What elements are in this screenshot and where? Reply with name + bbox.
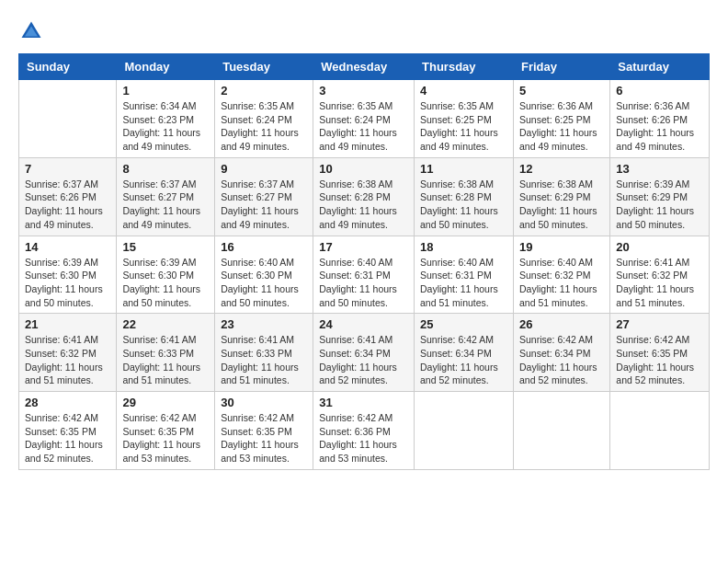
day-number: 7	[25, 162, 110, 176]
weekday-header-wednesday: Wednesday	[313, 54, 415, 80]
logo	[18, 18, 48, 44]
day-info: Sunrise: 6:37 AMSunset: 6:26 PMDaylight:…	[25, 178, 110, 232]
calendar-cell	[19, 80, 117, 158]
day-number: 12	[519, 162, 604, 176]
day-number: 1	[122, 84, 209, 98]
day-number: 4	[420, 84, 507, 98]
calendar-cell: 24Sunrise: 6:41 AMSunset: 6:34 PMDayligh…	[313, 314, 415, 392]
day-info: Sunrise: 6:39 AMSunset: 6:29 PMDaylight:…	[616, 178, 703, 232]
day-number: 11	[420, 162, 507, 176]
day-number: 28	[25, 396, 110, 409]
calendar-week-row: 1Sunrise: 6:34 AMSunset: 6:23 PMDaylight…	[19, 80, 710, 158]
calendar-week-row: 14Sunrise: 6:39 AMSunset: 6:30 PMDayligh…	[19, 236, 710, 314]
calendar-cell: 19Sunrise: 6:40 AMSunset: 6:32 PMDayligh…	[513, 236, 609, 314]
day-number: 10	[319, 162, 408, 176]
day-info: Sunrise: 6:40 AMSunset: 6:32 PMDaylight:…	[519, 256, 604, 310]
calendar-cell: 27Sunrise: 6:42 AMSunset: 6:35 PMDayligh…	[610, 314, 710, 392]
day-info: Sunrise: 6:41 AMSunset: 6:33 PMDaylight:…	[221, 333, 307, 387]
day-info: Sunrise: 6:41 AMSunset: 6:33 PMDaylight:…	[122, 333, 209, 387]
day-info: Sunrise: 6:41 AMSunset: 6:32 PMDaylight:…	[616, 256, 703, 310]
day-info: Sunrise: 6:40 AMSunset: 6:31 PMDaylight:…	[319, 256, 408, 310]
day-number: 5	[519, 84, 604, 98]
day-number: 18	[420, 240, 507, 254]
day-info: Sunrise: 6:39 AMSunset: 6:30 PMDaylight:…	[25, 256, 110, 310]
day-info: Sunrise: 6:38 AMSunset: 6:28 PMDaylight:…	[319, 178, 408, 232]
day-number: 24	[319, 317, 408, 331]
calendar-cell: 25Sunrise: 6:42 AMSunset: 6:34 PMDayligh…	[415, 314, 514, 392]
day-number: 13	[616, 162, 703, 176]
calendar-cell	[513, 392, 609, 470]
calendar-cell	[610, 392, 710, 470]
weekday-header-row: SundayMondayTuesdayWednesdayThursdayFrid…	[19, 54, 710, 80]
calendar-cell: 16Sunrise: 6:40 AMSunset: 6:30 PMDayligh…	[215, 236, 313, 314]
day-number: 14	[25, 240, 110, 254]
weekday-header-sunday: Sunday	[19, 54, 117, 80]
day-number: 29	[122, 396, 209, 409]
day-info: Sunrise: 6:35 AMSunset: 6:25 PMDaylight:…	[420, 99, 507, 154]
day-info: Sunrise: 6:34 AMSunset: 6:23 PMDaylight:…	[122, 99, 209, 154]
day-info: Sunrise: 6:42 AMSunset: 6:34 PMDaylight:…	[420, 333, 507, 387]
calendar-cell: 5Sunrise: 6:36 AMSunset: 6:25 PMDaylight…	[513, 80, 609, 158]
calendar-cell: 1Sunrise: 6:34 AMSunset: 6:23 PMDaylight…	[117, 80, 215, 158]
day-info: Sunrise: 6:42 AMSunset: 6:35 PMDaylight:…	[25, 411, 110, 465]
calendar-cell: 30Sunrise: 6:42 AMSunset: 6:35 PMDayligh…	[215, 392, 313, 470]
calendar-cell: 22Sunrise: 6:41 AMSunset: 6:33 PMDayligh…	[117, 314, 215, 392]
day-number: 19	[519, 240, 604, 254]
calendar-cell: 2Sunrise: 6:35 AMSunset: 6:24 PMDaylight…	[215, 80, 313, 158]
calendar-cell: 7Sunrise: 6:37 AMSunset: 6:26 PMDaylight…	[19, 157, 117, 236]
calendar-cell: 28Sunrise: 6:42 AMSunset: 6:35 PMDayligh…	[19, 392, 117, 470]
day-number: 22	[122, 317, 209, 331]
day-number: 27	[616, 317, 703, 331]
day-number: 3	[319, 84, 408, 98]
day-info: Sunrise: 6:40 AMSunset: 6:31 PMDaylight:…	[420, 256, 507, 310]
calendar-cell: 18Sunrise: 6:40 AMSunset: 6:31 PMDayligh…	[415, 236, 514, 314]
calendar-week-row: 28Sunrise: 6:42 AMSunset: 6:35 PMDayligh…	[19, 392, 710, 470]
weekday-header-friday: Friday	[513, 54, 609, 80]
calendar-cell: 4Sunrise: 6:35 AMSunset: 6:25 PMDaylight…	[415, 80, 514, 158]
calendar-cell: 11Sunrise: 6:38 AMSunset: 6:28 PMDayligh…	[415, 157, 514, 236]
weekday-header-tuesday: Tuesday	[215, 54, 313, 80]
weekday-header-monday: Monday	[117, 54, 215, 80]
day-info: Sunrise: 6:35 AMSunset: 6:24 PMDaylight:…	[319, 99, 408, 154]
day-info: Sunrise: 6:40 AMSunset: 6:30 PMDaylight:…	[221, 256, 307, 310]
calendar-cell: 23Sunrise: 6:41 AMSunset: 6:33 PMDayligh…	[215, 314, 313, 392]
calendar-cell	[415, 392, 514, 470]
calendar-cell: 15Sunrise: 6:39 AMSunset: 6:30 PMDayligh…	[117, 236, 215, 314]
day-info: Sunrise: 6:36 AMSunset: 6:25 PMDaylight:…	[519, 99, 604, 154]
calendar-cell: 3Sunrise: 6:35 AMSunset: 6:24 PMDaylight…	[313, 80, 415, 158]
day-info: Sunrise: 6:37 AMSunset: 6:27 PMDaylight:…	[122, 178, 209, 232]
day-info: Sunrise: 6:42 AMSunset: 6:34 PMDaylight:…	[519, 333, 604, 387]
day-number: 8	[122, 162, 209, 176]
logo-icon	[18, 18, 44, 44]
calendar-cell: 6Sunrise: 6:36 AMSunset: 6:26 PMDaylight…	[610, 80, 710, 158]
day-number: 25	[420, 317, 507, 331]
calendar-cell: 8Sunrise: 6:37 AMSunset: 6:27 PMDaylight…	[117, 157, 215, 236]
day-number: 9	[221, 162, 307, 176]
day-info: Sunrise: 6:37 AMSunset: 6:27 PMDaylight:…	[221, 178, 307, 232]
day-number: 6	[616, 84, 703, 98]
weekday-header-saturday: Saturday	[610, 54, 710, 80]
calendar-cell: 12Sunrise: 6:38 AMSunset: 6:29 PMDayligh…	[513, 157, 609, 236]
weekday-header-thursday: Thursday	[415, 54, 514, 80]
calendar-cell: 14Sunrise: 6:39 AMSunset: 6:30 PMDayligh…	[19, 236, 117, 314]
day-info: Sunrise: 6:41 AMSunset: 6:32 PMDaylight:…	[25, 333, 110, 387]
day-number: 26	[519, 317, 604, 331]
day-number: 17	[319, 240, 408, 254]
day-info: Sunrise: 6:36 AMSunset: 6:26 PMDaylight:…	[616, 99, 703, 154]
day-number: 15	[122, 240, 209, 254]
day-info: Sunrise: 6:42 AMSunset: 6:35 PMDaylight:…	[122, 411, 209, 465]
day-number: 16	[221, 240, 307, 254]
calendar-cell: 31Sunrise: 6:42 AMSunset: 6:36 PMDayligh…	[313, 392, 415, 470]
day-number: 31	[319, 396, 408, 409]
day-info: Sunrise: 6:35 AMSunset: 6:24 PMDaylight:…	[221, 99, 307, 154]
day-info: Sunrise: 6:38 AMSunset: 6:29 PMDaylight:…	[519, 178, 604, 232]
day-number: 30	[221, 396, 307, 409]
calendar-cell: 17Sunrise: 6:40 AMSunset: 6:31 PMDayligh…	[313, 236, 415, 314]
calendar-week-row: 21Sunrise: 6:41 AMSunset: 6:32 PMDayligh…	[19, 314, 710, 392]
day-info: Sunrise: 6:42 AMSunset: 6:35 PMDaylight:…	[221, 411, 307, 465]
day-info: Sunrise: 6:41 AMSunset: 6:34 PMDaylight:…	[319, 333, 408, 387]
calendar-cell: 20Sunrise: 6:41 AMSunset: 6:32 PMDayligh…	[610, 236, 710, 314]
calendar-cell: 29Sunrise: 6:42 AMSunset: 6:35 PMDayligh…	[117, 392, 215, 470]
day-number: 20	[616, 240, 703, 254]
page-header	[18, 18, 710, 44]
